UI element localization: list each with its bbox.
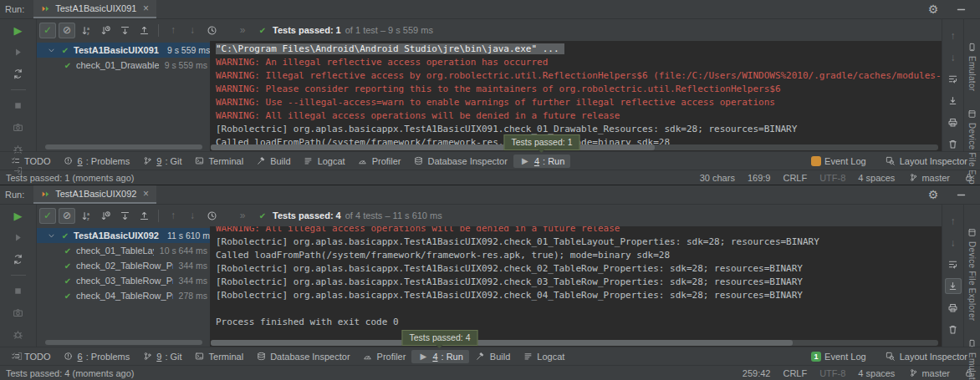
sort-alphabetically-icon[interactable]: az bbox=[78, 208, 94, 224]
screenshot-icon[interactable] bbox=[10, 305, 27, 321]
chevron-down-icon[interactable] bbox=[45, 230, 57, 241]
dock-item-profiler[interactable]: Profiler bbox=[356, 350, 412, 363]
collapse-all-icon[interactable] bbox=[135, 23, 152, 38]
dock-item-logcat[interactable]: Logcat bbox=[516, 350, 570, 363]
status-4-spaces[interactable]: 4 spaces bbox=[858, 368, 895, 378]
run-tab[interactable]: TestA1BasicUIX091× bbox=[33, 0, 156, 18]
dock-item-terminal[interactable]: Terminal bbox=[188, 350, 250, 363]
test-tree-row[interactable]: ✔check_01_TableLayout_Properties10 s 644… bbox=[37, 243, 210, 258]
dock-item-build[interactable]: Build bbox=[249, 155, 296, 168]
test-tree-row[interactable]: ✔check_02_TableRow_Properties344 ms bbox=[37, 258, 210, 273]
expand-all-icon[interactable] bbox=[116, 208, 133, 224]
stop-icon[interactable] bbox=[10, 283, 27, 299]
collapse-all-icon[interactable] bbox=[135, 208, 152, 224]
status-crlf[interactable]: CRLF bbox=[783, 173, 807, 183]
git-branch-widget[interactable]: master bbox=[907, 367, 950, 379]
sort-alphabetically-icon[interactable]: az bbox=[78, 23, 94, 38]
clear-all-icon[interactable] bbox=[945, 136, 962, 152]
status-utf-8[interactable]: UTF-8 bbox=[819, 368, 845, 378]
sort-by-duration-icon[interactable] bbox=[97, 208, 114, 224]
test-tree-row[interactable]: ✔TestA1BasicUIX092(org.aplas.basica11 s … bbox=[37, 228, 210, 243]
dock-item-problems[interactable]: 6: Problems bbox=[57, 350, 136, 363]
scroll-to-end-icon[interactable] bbox=[945, 93, 962, 109]
hide-icon[interactable] bbox=[952, 187, 969, 203]
show-ignored-icon[interactable]: ⊘ bbox=[59, 208, 75, 224]
more-options-icon[interactable]: » bbox=[234, 23, 251, 38]
dock-item-todo[interactable]: TODO bbox=[3, 155, 57, 168]
status-utf-8[interactable]: UTF-8 bbox=[819, 173, 845, 183]
dock-item-git[interactable]: 9: Git bbox=[135, 350, 187, 363]
test-tree-row[interactable]: ✔check_03_TableRow_Properties344 ms bbox=[37, 273, 210, 288]
hide-icon[interactable] bbox=[952, 2, 969, 18]
thread-dump-icon[interactable] bbox=[10, 327, 27, 342]
dock-item-layout-inspector[interactable]: Layout Inspector bbox=[879, 350, 973, 363]
dock-item-layout-inspector[interactable]: Layout Inspector bbox=[879, 155, 973, 168]
show-ignored-icon[interactable]: ⊘ bbox=[59, 23, 75, 38]
close-icon[interactable]: × bbox=[140, 3, 151, 14]
status-169-9[interactable]: 169:9 bbox=[748, 173, 771, 183]
dock-item-event-log[interactable]: Event Log bbox=[805, 155, 872, 168]
unlock-icon[interactable] bbox=[962, 172, 974, 184]
console-hscrollbar-thumb[interactable] bbox=[211, 340, 793, 346]
more-options-icon[interactable]: » bbox=[234, 208, 251, 224]
chevron-down-icon[interactable] bbox=[45, 44, 57, 56]
close-icon[interactable]: × bbox=[140, 188, 151, 200]
test-tree-row[interactable]: ✔check_01_Drawable_Resources9 s 559 ms bbox=[37, 58, 210, 73]
run-tab[interactable]: TestA1BasicUIX092× bbox=[33, 185, 156, 204]
settings-icon[interactable]: ⚙ bbox=[925, 187, 942, 203]
show-passed-icon[interactable]: ✓ bbox=[39, 23, 56, 38]
scroll-down-icon[interactable]: ↓ bbox=[945, 49, 962, 65]
soft-wrap-icon[interactable] bbox=[945, 256, 962, 272]
rerun-icon[interactable] bbox=[10, 44, 27, 60]
settings-icon[interactable]: ⚙ bbox=[925, 2, 942, 18]
test-tree-row[interactable]: ✔check_04_TableRow_Properties278 ms bbox=[37, 288, 210, 303]
dock-item-event-log[interactable]: 1Event Log bbox=[805, 350, 872, 363]
dock-item-build[interactable]: Build bbox=[469, 350, 516, 363]
print-icon[interactable] bbox=[945, 114, 962, 130]
status-4-spaces[interactable]: 4 spaces bbox=[858, 173, 895, 183]
test-history-icon[interactable] bbox=[203, 23, 220, 38]
clear-all-icon[interactable] bbox=[945, 322, 962, 337]
previous-failed-test-icon[interactable]: ↑ bbox=[165, 208, 181, 224]
dock-item-todo[interactable]: TODO bbox=[3, 350, 57, 363]
rerun-failed-icon[interactable] bbox=[10, 66, 27, 82]
console-hscrollbar-thumb[interactable] bbox=[211, 144, 655, 150]
screenshot-icon[interactable] bbox=[10, 119, 27, 135]
scroll-up-icon[interactable]: ↑ bbox=[945, 28, 962, 43]
tree-hscrollbar[interactable] bbox=[45, 340, 202, 345]
show-passed-icon[interactable]: ✓ bbox=[39, 208, 56, 224]
dock-item-problems[interactable]: 6: Problems bbox=[57, 155, 136, 168]
run-icon[interactable]: ▶ bbox=[10, 208, 27, 224]
tool-button-emulator[interactable]: Emulator bbox=[967, 41, 978, 91]
rerun-icon[interactable] bbox=[10, 230, 27, 246]
stop-icon[interactable] bbox=[10, 98, 27, 114]
previous-failed-test-icon[interactable]: ↑ bbox=[165, 23, 181, 38]
next-failed-test-icon[interactable]: ↓ bbox=[184, 23, 201, 38]
test-tree-row[interactable]: ✔TestA1BasicUIX091(org.aplas.basica9 s 5… bbox=[37, 43, 210, 58]
status-crlf[interactable]: CRLF bbox=[783, 368, 807, 378]
run-icon[interactable]: ▶ bbox=[10, 23, 27, 38]
dock-item-logcat[interactable]: Logcat bbox=[297, 155, 351, 168]
print-icon[interactable] bbox=[945, 300, 962, 316]
tool-button-device-file-explorer[interactable]: Device File Explorer bbox=[967, 226, 978, 321]
status-259-42[interactable]: 259:42 bbox=[743, 368, 771, 378]
scroll-to-end-icon[interactable] bbox=[945, 278, 962, 294]
dock-item-profiler[interactable]: Profiler bbox=[351, 155, 407, 168]
dock-item-database-inspector[interactable]: Database Inspector bbox=[407, 155, 513, 168]
console-output[interactable]: WARNING: All illegal access operations w… bbox=[210, 226, 942, 347]
test-history-icon[interactable] bbox=[203, 208, 220, 224]
dock-item-database-inspector[interactable]: Database Inspector bbox=[249, 350, 355, 363]
expand-all-icon[interactable] bbox=[116, 23, 133, 38]
sort-by-duration-icon[interactable] bbox=[97, 23, 114, 38]
dock-item-git[interactable]: 9: Git bbox=[135, 155, 187, 168]
git-branch-widget[interactable]: master bbox=[907, 172, 950, 184]
rerun-failed-icon[interactable] bbox=[10, 251, 27, 267]
status-30-chars[interactable]: 30 chars bbox=[700, 173, 735, 183]
dock-item-terminal[interactable]: Terminal bbox=[188, 155, 250, 168]
scroll-up-icon[interactable]: ↑ bbox=[945, 213, 962, 229]
scroll-down-icon[interactable]: ↓ bbox=[945, 235, 962, 251]
unlock-icon[interactable] bbox=[962, 367, 974, 379]
soft-wrap-icon[interactable] bbox=[945, 71, 962, 87]
next-failed-test-icon[interactable]: ↓ bbox=[184, 208, 201, 224]
tree-hscrollbar[interactable] bbox=[45, 144, 202, 149]
